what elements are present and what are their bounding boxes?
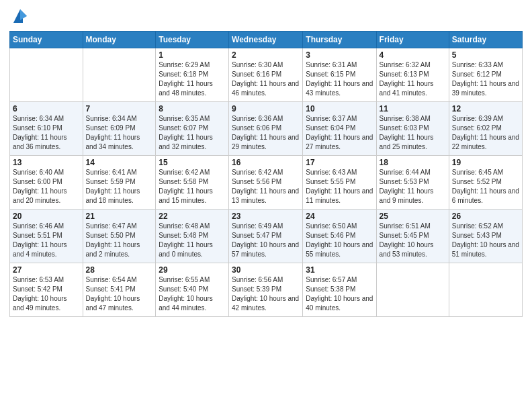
calendar-cell: 4Sunrise: 6:32 AM Sunset: 6:13 PM Daylig…: [376, 48, 449, 102]
day-info: Sunrise: 6:47 AM Sunset: 5:50 PM Dayligh…: [86, 222, 153, 259]
weekday-header: Thursday: [303, 32, 376, 48]
day-info: Sunrise: 6:36 AM Sunset: 6:06 PM Dayligh…: [232, 114, 300, 152]
day-info: Sunrise: 6:35 AM Sunset: 6:07 PM Dayligh…: [159, 114, 226, 152]
day-number: 4: [380, 50, 446, 60]
calendar-cell: 15Sunrise: 6:42 AM Sunset: 5:58 PM Dayli…: [156, 156, 229, 210]
day-info: Sunrise: 6:42 AM Sunset: 5:58 PM Dayligh…: [159, 168, 226, 205]
day-info: Sunrise: 6:45 AM Sunset: 5:52 PM Dayligh…: [452, 168, 519, 205]
day-info: Sunrise: 6:33 AM Sunset: 6:12 PM Dayligh…: [452, 60, 519, 98]
day-info: Sunrise: 6:39 AM Sunset: 6:02 PM Dayligh…: [452, 114, 519, 152]
day-number: 26: [452, 212, 519, 221]
day-number: 16: [232, 158, 300, 167]
day-info: Sunrise: 6:55 AM Sunset: 5:40 PM Dayligh…: [159, 275, 226, 313]
day-info: Sunrise: 6:30 AM Sunset: 6:16 PM Dayligh…: [232, 60, 300, 98]
day-number: 15: [159, 158, 226, 167]
day-number: 10: [306, 104, 373, 113]
day-number: 19: [452, 158, 519, 167]
day-number: 30: [232, 265, 300, 275]
day-info: Sunrise: 6:37 AM Sunset: 6:04 PM Dayligh…: [306, 114, 373, 152]
calendar-table: SundayMondayTuesdayWednesdayThursdayFrid…: [9, 31, 523, 317]
calendar-cell: 26Sunrise: 6:52 AM Sunset: 5:43 PM Dayli…: [449, 210, 522, 263]
calendar-cell: [449, 263, 522, 317]
day-number: 7: [86, 104, 153, 113]
calendar-cell: 28Sunrise: 6:54 AM Sunset: 5:41 PM Dayli…: [83, 263, 156, 317]
calendar-cell: [10, 48, 83, 102]
day-info: Sunrise: 6:31 AM Sunset: 6:15 PM Dayligh…: [306, 60, 373, 98]
calendar-cell: 3Sunrise: 6:31 AM Sunset: 6:15 PM Daylig…: [303, 48, 376, 102]
day-number: 23: [232, 212, 300, 221]
day-number: 21: [86, 212, 153, 221]
day-number: 31: [306, 265, 373, 275]
calendar-cell: 29Sunrise: 6:55 AM Sunset: 5:40 PM Dayli…: [156, 263, 229, 317]
logo: [9, 7, 30, 26]
calendar-cell: 24Sunrise: 6:50 AM Sunset: 5:46 PM Dayli…: [303, 210, 376, 263]
day-number: 24: [306, 212, 373, 221]
calendar-cell: 1Sunrise: 6:29 AM Sunset: 6:18 PM Daylig…: [156, 48, 229, 102]
page-container: SundayMondayTuesdayWednesdayThursdayFrid…: [0, 0, 532, 324]
calendar-cell: 31Sunrise: 6:57 AM Sunset: 5:38 PM Dayli…: [303, 263, 376, 317]
calendar-week-row: 6Sunrise: 6:34 AM Sunset: 6:10 PM Daylig…: [10, 102, 523, 156]
day-info: Sunrise: 6:34 AM Sunset: 6:09 PM Dayligh…: [86, 114, 153, 152]
weekday-header: Friday: [376, 32, 449, 48]
calendar-cell: 18Sunrise: 6:44 AM Sunset: 5:53 PM Dayli…: [376, 156, 449, 210]
calendar-header-row: SundayMondayTuesdayWednesdayThursdayFrid…: [10, 32, 523, 48]
day-number: 29: [159, 265, 226, 275]
day-number: 6: [13, 104, 80, 113]
day-number: 8: [159, 104, 226, 113]
calendar-cell: [376, 263, 449, 317]
day-number: 14: [86, 158, 153, 167]
calendar-cell: 11Sunrise: 6:38 AM Sunset: 6:03 PM Dayli…: [376, 102, 449, 156]
calendar-cell: 25Sunrise: 6:51 AM Sunset: 5:45 PM Dayli…: [376, 210, 449, 263]
calendar-week-row: 13Sunrise: 6:40 AM Sunset: 6:00 PM Dayli…: [10, 156, 523, 210]
calendar-cell: 30Sunrise: 6:56 AM Sunset: 5:39 PM Dayli…: [229, 263, 303, 317]
day-info: Sunrise: 6:51 AM Sunset: 5:45 PM Dayligh…: [380, 222, 446, 259]
day-info: Sunrise: 6:50 AM Sunset: 5:46 PM Dayligh…: [306, 222, 373, 259]
day-number: 28: [86, 265, 153, 275]
calendar-cell: 23Sunrise: 6:49 AM Sunset: 5:47 PM Dayli…: [229, 210, 303, 263]
day-info: Sunrise: 6:38 AM Sunset: 6:03 PM Dayligh…: [380, 114, 446, 152]
calendar-cell: [83, 48, 156, 102]
day-info: Sunrise: 6:44 AM Sunset: 5:53 PM Dayligh…: [380, 168, 446, 205]
weekday-header: Sunday: [10, 32, 83, 48]
day-info: Sunrise: 6:32 AM Sunset: 6:13 PM Dayligh…: [380, 60, 446, 98]
day-number: 11: [380, 104, 446, 113]
day-number: 18: [380, 158, 446, 167]
day-number: 2: [232, 50, 300, 60]
calendar-cell: 2Sunrise: 6:30 AM Sunset: 6:16 PM Daylig…: [229, 48, 303, 102]
calendar-cell: 20Sunrise: 6:46 AM Sunset: 5:51 PM Dayli…: [10, 210, 83, 263]
day-info: Sunrise: 6:43 AM Sunset: 5:55 PM Dayligh…: [306, 168, 373, 205]
calendar-cell: 19Sunrise: 6:45 AM Sunset: 5:52 PM Dayli…: [449, 156, 522, 210]
calendar-cell: 5Sunrise: 6:33 AM Sunset: 6:12 PM Daylig…: [449, 48, 522, 102]
day-number: 27: [13, 265, 80, 275]
calendar-cell: 12Sunrise: 6:39 AM Sunset: 6:02 PM Dayli…: [449, 102, 522, 156]
day-info: Sunrise: 6:48 AM Sunset: 5:48 PM Dayligh…: [159, 222, 226, 259]
day-info: Sunrise: 6:54 AM Sunset: 5:41 PM Dayligh…: [86, 275, 153, 313]
calendar-cell: 7Sunrise: 6:34 AM Sunset: 6:09 PM Daylig…: [83, 102, 156, 156]
logo-icon: [11, 7, 30, 26]
calendar-cell: 22Sunrise: 6:48 AM Sunset: 5:48 PM Dayli…: [156, 210, 229, 263]
day-info: Sunrise: 6:52 AM Sunset: 5:43 PM Dayligh…: [452, 222, 519, 259]
calendar-cell: 6Sunrise: 6:34 AM Sunset: 6:10 PM Daylig…: [10, 102, 83, 156]
day-number: 1: [159, 50, 226, 60]
day-number: 17: [306, 158, 373, 167]
calendar-cell: 21Sunrise: 6:47 AM Sunset: 5:50 PM Dayli…: [83, 210, 156, 263]
calendar-cell: 17Sunrise: 6:43 AM Sunset: 5:55 PM Dayli…: [303, 156, 376, 210]
calendar-cell: 27Sunrise: 6:53 AM Sunset: 5:42 PM Dayli…: [10, 263, 83, 317]
day-info: Sunrise: 6:34 AM Sunset: 6:10 PM Dayligh…: [13, 114, 80, 152]
weekday-header: Monday: [83, 32, 156, 48]
day-number: 25: [380, 212, 446, 221]
calendar-cell: 10Sunrise: 6:37 AM Sunset: 6:04 PM Dayli…: [303, 102, 376, 156]
day-number: 12: [452, 104, 519, 113]
weekday-header: Saturday: [449, 32, 522, 48]
calendar-cell: 9Sunrise: 6:36 AM Sunset: 6:06 PM Daylig…: [229, 102, 303, 156]
calendar-cell: 8Sunrise: 6:35 AM Sunset: 6:07 PM Daylig…: [156, 102, 229, 156]
weekday-header: Wednesday: [229, 32, 303, 48]
calendar-week-row: 20Sunrise: 6:46 AM Sunset: 5:51 PM Dayli…: [10, 210, 523, 263]
calendar-week-row: 1Sunrise: 6:29 AM Sunset: 6:18 PM Daylig…: [10, 48, 523, 102]
calendar-week-row: 27Sunrise: 6:53 AM Sunset: 5:42 PM Dayli…: [10, 263, 523, 317]
day-info: Sunrise: 6:49 AM Sunset: 5:47 PM Dayligh…: [232, 222, 300, 259]
day-number: 20: [13, 212, 80, 221]
day-info: Sunrise: 6:42 AM Sunset: 5:56 PM Dayligh…: [232, 168, 300, 205]
day-number: 5: [452, 50, 519, 60]
day-info: Sunrise: 6:40 AM Sunset: 6:00 PM Dayligh…: [13, 168, 80, 205]
